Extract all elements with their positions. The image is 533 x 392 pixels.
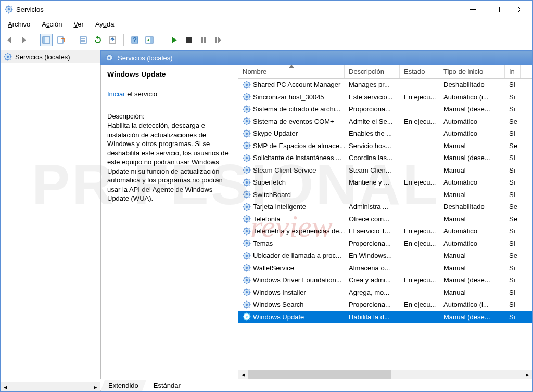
tree-node-services-local[interactable]: Servicios (locales) bbox=[1, 50, 100, 63]
service-logon: Se bbox=[505, 203, 521, 211]
service-desc: El servicio T... bbox=[345, 227, 400, 235]
scroll-right-icon[interactable]: ▸ bbox=[523, 370, 532, 379]
table-row[interactable]: TelefoníaOfrece com...ManualSe bbox=[238, 213, 532, 226]
menu-view[interactable]: Ver bbox=[68, 19, 89, 29]
gear-icon bbox=[243, 154, 251, 162]
service-desc: Servicio hos... bbox=[345, 142, 400, 150]
menu-help[interactable]: Ayuda bbox=[90, 19, 120, 29]
restart-service-button[interactable] bbox=[212, 34, 224, 46]
table-row[interactable]: TemasProporciona...En ejecu...Automático… bbox=[238, 238, 532, 250]
service-startup: Automático bbox=[439, 227, 505, 235]
service-startup: Manual bbox=[439, 215, 505, 223]
view-tabs: Extendido Estándar bbox=[100, 379, 532, 391]
service-logon: Si bbox=[505, 300, 521, 308]
show-hide-tree-button[interactable] bbox=[40, 34, 53, 46]
tree-horizontal-scrollbar[interactable]: ◂ ▸ bbox=[1, 382, 100, 391]
service-startup: Deshabilitado bbox=[439, 203, 505, 211]
back-button[interactable] bbox=[3, 34, 16, 46]
scroll-left-icon[interactable]: ◂ bbox=[1, 382, 10, 391]
close-button[interactable] bbox=[509, 1, 532, 18]
description-label: Descripción: bbox=[107, 112, 232, 120]
refresh-button[interactable] bbox=[92, 34, 104, 46]
service-startup: Manual bbox=[439, 142, 505, 150]
table-row[interactable]: Solicitante de instantáneas ...Coordina … bbox=[238, 152, 532, 164]
export-list-button[interactable] bbox=[55, 34, 67, 46]
table-row[interactable]: Tarjeta inteligenteAdministra ...Deshabi… bbox=[238, 201, 532, 213]
gear-icon bbox=[243, 252, 251, 260]
service-logon: Si bbox=[505, 240, 521, 247]
gear-icon bbox=[243, 276, 251, 284]
properties-button[interactable] bbox=[77, 34, 90, 46]
table-row[interactable]: Skype UpdaterEnables the ...AutomáticoSi bbox=[238, 127, 532, 140]
table-row[interactable]: Windows UpdateHabilita la d...Manual (de… bbox=[238, 311, 532, 323]
table-row[interactable]: SMP de Espacios de almace...Servicio hos… bbox=[238, 140, 532, 152]
table-row[interactable]: Sistema de cifrado de archi...Proporcion… bbox=[238, 103, 532, 115]
start-service-button[interactable] bbox=[168, 34, 181, 46]
gear-icon bbox=[243, 300, 251, 309]
table-row[interactable]: Sistema de eventos COM+Admite el Se...En… bbox=[238, 115, 532, 128]
table-row[interactable]: Shared PC Account ManagerManages pr...De… bbox=[238, 79, 532, 91]
gear-icon bbox=[243, 264, 251, 272]
service-logon: Si bbox=[505, 178, 521, 186]
svg-rect-25 bbox=[150, 37, 153, 43]
gear-icon bbox=[243, 203, 251, 211]
service-startup: Automático bbox=[439, 129, 505, 137]
tab-standard[interactable]: Estándar bbox=[146, 380, 188, 391]
gear-icon bbox=[243, 178, 251, 187]
service-desc: Proporciona... bbox=[345, 240, 400, 247]
service-name: Sistema de cifrado de archi... bbox=[253, 105, 340, 113]
table-row[interactable]: Windows Driver Foundation...Crea y admi.… bbox=[238, 274, 532, 286]
maximize-button[interactable] bbox=[485, 1, 509, 18]
service-startup: Manual bbox=[439, 264, 505, 272]
column-startup[interactable]: Tipo de inicio bbox=[439, 65, 505, 78]
column-description[interactable]: Descripción bbox=[345, 65, 400, 78]
service-state: En ejecu... bbox=[400, 300, 439, 308]
forward-button[interactable] bbox=[18, 34, 30, 46]
gear-icon bbox=[243, 239, 251, 247]
tab-extended[interactable]: Extendido bbox=[100, 380, 146, 391]
table-row[interactable]: Steam Client ServiceSteam Clien...Manual… bbox=[238, 164, 532, 177]
service-name: Windows Installer bbox=[253, 289, 306, 296]
service-name: SMP de Espacios de almace... bbox=[253, 142, 345, 150]
table-row[interactable]: SwitchBoardManualSi bbox=[238, 189, 532, 201]
service-state: En ejecu... bbox=[400, 178, 439, 186]
svg-rect-15 bbox=[43, 37, 45, 43]
table-row[interactable]: Windows SearchProporciona...En ejecu...A… bbox=[238, 298, 532, 311]
gear-icon bbox=[243, 227, 251, 236]
stop-service-button[interactable] bbox=[183, 34, 195, 46]
table-row[interactable]: Ubicador de llamada a proc...En Windows.… bbox=[238, 250, 532, 262]
service-logon: Si bbox=[505, 264, 521, 272]
svg-rect-16 bbox=[58, 37, 63, 43]
service-desc: Agrega, mo... bbox=[345, 289, 400, 296]
menu-file[interactable]: Archivo bbox=[3, 19, 35, 29]
table-row[interactable]: Sincronizar host_30045Este servicio...En… bbox=[238, 91, 532, 103]
service-startup: Manual (dese... bbox=[439, 313, 505, 321]
service-desc: Mantiene y ... bbox=[345, 178, 400, 186]
action-pane-button[interactable] bbox=[143, 34, 156, 46]
column-logon[interactable]: In bbox=[505, 65, 521, 78]
menu-action[interactable]: Acción bbox=[36, 19, 67, 29]
scroll-right-icon[interactable]: ▸ bbox=[91, 382, 100, 391]
pause-service-button[interactable] bbox=[197, 34, 210, 46]
service-startup: Automático bbox=[439, 178, 505, 186]
scroll-left-icon[interactable]: ◂ bbox=[238, 370, 248, 379]
start-service-link[interactable]: Iniciar bbox=[107, 90, 125, 98]
service-startup: Manual bbox=[439, 191, 505, 199]
column-name[interactable]: Nombre bbox=[238, 65, 345, 78]
minimize-button[interactable] bbox=[461, 1, 485, 18]
service-state: En ejecu... bbox=[400, 227, 439, 235]
gear-icon bbox=[4, 53, 12, 61]
help-button[interactable]: ? bbox=[129, 34, 141, 46]
table-row[interactable]: Windows InstallerAgrega, mo...ManualSi bbox=[238, 286, 532, 299]
table-row[interactable]: WalletServiceAlmacena o...ManualSi bbox=[238, 262, 532, 275]
column-state[interactable]: Estado bbox=[400, 65, 439, 78]
service-startup: Automático (i... bbox=[439, 93, 505, 101]
service-logon: Si bbox=[505, 93, 521, 101]
export-button[interactable] bbox=[106, 34, 119, 46]
table-row[interactable]: SuperfetchMantiene y ...En ejecu...Autom… bbox=[238, 176, 532, 189]
list-horizontal-scrollbar[interactable]: ◂ ▸ bbox=[238, 370, 532, 379]
scrollbar-thumb[interactable] bbox=[248, 370, 391, 379]
table-row[interactable]: Telemetría y experiencias de...El servic… bbox=[238, 225, 532, 238]
gear-icon bbox=[243, 215, 251, 223]
service-desc: Este servicio... bbox=[345, 93, 400, 101]
